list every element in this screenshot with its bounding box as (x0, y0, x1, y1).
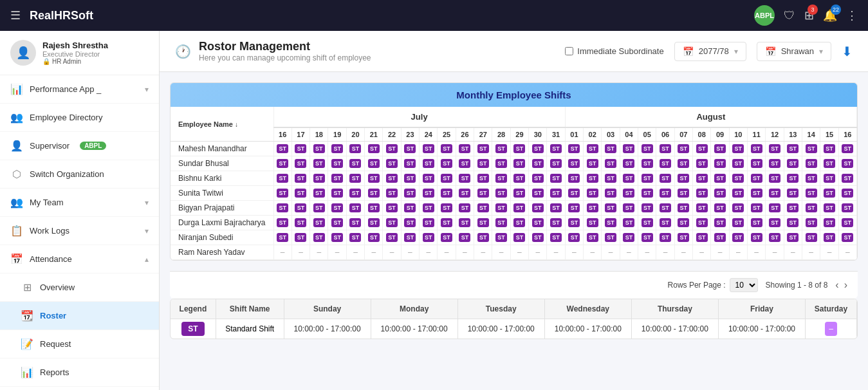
immediate-subordinate-checkbox[interactable]: Immediate Subordinate (565, 46, 663, 56)
shift-cell[interactable]: ST (711, 201, 729, 216)
shift-cell[interactable]: ST (510, 186, 528, 201)
shift-cell[interactable]: ST (693, 216, 711, 230)
shift-cell[interactable]: ST (638, 216, 656, 230)
shift-cell[interactable]: ST (711, 230, 729, 245)
shift-cell[interactable]: ST (547, 201, 565, 216)
rows-per-page-select[interactable]: 10 25 50 (730, 278, 758, 292)
shift-cell[interactable]: ST (748, 142, 766, 156)
shift-cell[interactable]: ST (766, 186, 784, 201)
shift-cell[interactable]: ST (729, 142, 747, 156)
download-icon[interactable]: ⬇ (842, 44, 853, 59)
shift-cell[interactable]: ST (584, 186, 602, 201)
shift-cell[interactable]: ST (674, 171, 692, 186)
shift-cell[interactable]: ST (674, 230, 692, 245)
shift-cell[interactable]: ST (729, 156, 747, 171)
shift-cell[interactable]: ST (492, 171, 510, 186)
shift-cell[interactable]: ST (802, 156, 820, 171)
shift-cell[interactable]: ST (310, 171, 328, 186)
shift-cell[interactable]: ST (365, 201, 383, 216)
shift-cell[interactable]: – (784, 245, 802, 260)
shift-cell[interactable]: ST (346, 142, 364, 156)
shift-cell[interactable]: ST (365, 142, 383, 156)
shift-cell[interactable]: ST (383, 156, 401, 171)
more-options-icon[interactable]: ⋮ (846, 8, 858, 23)
notification-icon[interactable]: 🔔 22 (823, 8, 837, 23)
shift-cell[interactable]: ST (784, 201, 802, 216)
shift-cell[interactable]: – (420, 245, 438, 260)
shift-cell[interactable]: ST (729, 186, 747, 201)
shift-cell[interactable]: ST (802, 216, 820, 230)
shift-cell[interactable]: ST (456, 171, 474, 186)
shift-cell[interactable]: ST (492, 230, 510, 245)
shift-cell[interactable]: ST (510, 201, 528, 216)
shift-cell[interactable]: ST (748, 186, 766, 201)
shift-cell[interactable]: ST (346, 216, 364, 230)
shift-cell[interactable]: ST (474, 156, 492, 171)
shift-cell[interactable]: ST (510, 142, 528, 156)
shift-cell[interactable]: ST (784, 230, 802, 245)
shift-cell[interactable]: ST (784, 142, 802, 156)
shift-cell[interactable]: – (838, 245, 856, 260)
shift-cell[interactable]: ST (584, 156, 602, 171)
sidebar-item-reports[interactable]: 📊 Reports (0, 358, 159, 387)
shift-cell[interactable]: ST (383, 230, 401, 245)
shift-cell[interactable]: ST (401, 156, 419, 171)
shift-cell[interactable]: – (474, 245, 492, 260)
shift-cell[interactable]: ST (438, 230, 456, 245)
shift-cell[interactable]: ST (438, 156, 456, 171)
shift-cell[interactable]: ST (456, 156, 474, 171)
shift-cell[interactable]: ST (547, 230, 565, 245)
shift-cell[interactable]: ST (656, 216, 674, 230)
sidebar-item-performance[interactable]: 📊 Performance App _ ▾ (0, 75, 159, 104)
shift-cell[interactable]: ST (383, 186, 401, 201)
shift-cell[interactable]: ST (766, 142, 784, 156)
shift-cell[interactable]: ST (273, 186, 291, 201)
shift-cell[interactable]: ST (602, 230, 620, 245)
shift-cell[interactable]: ST (674, 156, 692, 171)
shift-cell[interactable]: ST (820, 142, 838, 156)
shift-cell[interactable]: ST (328, 156, 346, 171)
shift-cell[interactable]: ST (748, 230, 766, 245)
shift-cell[interactable]: ST (820, 230, 838, 245)
shift-cell[interactable]: ST (766, 171, 784, 186)
shift-cell[interactable]: ST (291, 156, 309, 171)
shift-cell[interactable]: ST (529, 142, 547, 156)
shift-cell[interactable]: ST (838, 230, 856, 245)
shift-cell[interactable]: ST (510, 230, 528, 245)
shift-cell[interactable]: ST (838, 201, 856, 216)
shift-cell[interactable]: ST (346, 171, 364, 186)
shift-cell[interactable]: ST (802, 142, 820, 156)
shift-cell[interactable]: ST (438, 201, 456, 216)
shift-cell[interactable]: ST (693, 171, 711, 186)
shift-cell[interactable]: ST (328, 201, 346, 216)
shift-cell[interactable]: ST (291, 171, 309, 186)
shift-cell[interactable]: – (492, 245, 510, 260)
shift-cell[interactable]: ST (729, 216, 747, 230)
shift-cell[interactable]: ST (474, 171, 492, 186)
shift-cell[interactable]: ST (693, 142, 711, 156)
sidebar-item-my-team[interactable]: 👥 My Team ▾ (0, 189, 159, 217)
shift-cell[interactable]: ST (766, 230, 784, 245)
shift-cell[interactable]: ST (420, 230, 438, 245)
sidebar-item-supervisor[interactable]: 👤 Supervisor ABPL (0, 132, 159, 160)
shift-cell[interactable]: – (820, 245, 838, 260)
sidebar-item-employee-directory[interactable]: 👥 Employee Directory (0, 104, 159, 132)
shift-cell[interactable]: ST (273, 171, 291, 186)
shift-cell[interactable]: ST (438, 142, 456, 156)
shift-cell[interactable]: ST (365, 156, 383, 171)
shift-cell[interactable]: ST (547, 216, 565, 230)
shift-cell[interactable]: – (547, 245, 565, 260)
shift-cell[interactable]: ST (401, 230, 419, 245)
shift-cell[interactable]: – (273, 245, 291, 260)
shift-cell[interactable]: ST (638, 186, 656, 201)
shift-cell[interactable]: ST (602, 171, 620, 186)
shift-cell[interactable]: ST (401, 201, 419, 216)
shift-cell[interactable]: ST (310, 142, 328, 156)
shift-cell[interactable]: ST (766, 201, 784, 216)
next-page-button[interactable]: › (844, 279, 847, 291)
shift-cell[interactable]: ST (711, 156, 729, 171)
shift-cell[interactable]: ST (328, 216, 346, 230)
shift-cell[interactable]: ST (492, 142, 510, 156)
shift-cell[interactable]: ST (638, 201, 656, 216)
shift-cell[interactable]: ST (748, 156, 766, 171)
